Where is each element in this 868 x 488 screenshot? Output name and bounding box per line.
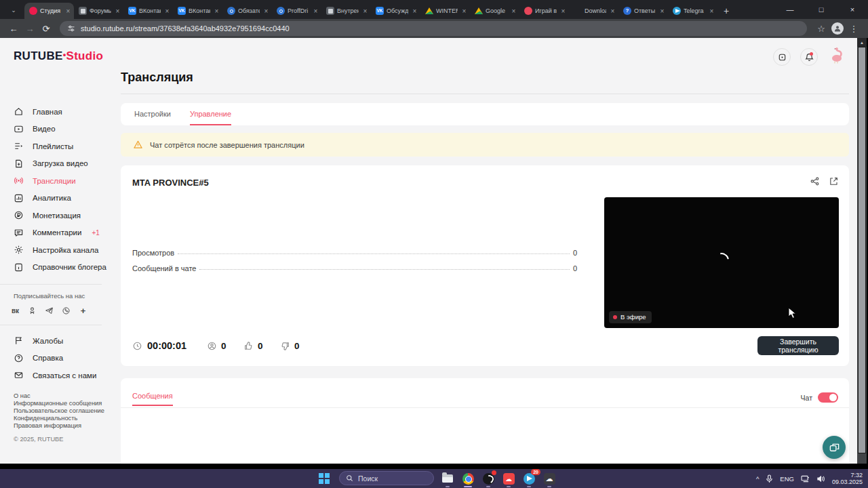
tab-close-icon[interactable]: × — [64, 7, 72, 15]
browser-tab-otvety[interactable]: ? Ответы × — [618, 3, 668, 19]
tray-chevron-icon[interactable]: ^ — [756, 475, 759, 483]
scrollbar-up-arrow[interactable]: ▲ — [857, 38, 867, 47]
footer-link-info[interactable]: Информационные сообщения — [14, 400, 115, 407]
window-restore-button[interactable]: □ — [806, 0, 837, 19]
forward-button[interactable]: → — [22, 24, 38, 34]
microphone-icon[interactable] — [766, 474, 773, 483]
browser-tab-proffdrive[interactable]: ProffDri × — [272, 3, 321, 19]
back-button[interactable]: ← — [5, 24, 22, 34]
sidebar-item-streams[interactable]: Трансляции — [0, 172, 115, 190]
reload-button[interactable]: ⟳ — [38, 24, 54, 34]
footer-link-about[interactable]: О нас — [14, 392, 115, 400]
browser-tab-objazat[interactable]: Обязате × — [222, 3, 272, 19]
tab-close-icon[interactable]: × — [262, 7, 270, 15]
tab-close-icon[interactable]: × — [114, 7, 121, 15]
footer-link-privacy[interactable]: Конфиденциальность — [14, 415, 115, 422]
window-minimize-button[interactable]: — — [774, 0, 806, 19]
social-ok-icon[interactable] — [26, 305, 38, 317]
tab-messages[interactable]: Сообщения — [132, 387, 173, 406]
browser-profile-avatar[interactable] — [831, 22, 844, 35]
browser-tab-winter[interactable]: WINTER × — [420, 3, 470, 19]
sidebar-item-monetization[interactable]: Монетизация — [0, 207, 115, 224]
taskbar-search[interactable]: Поиск — [339, 471, 434, 485]
browser-tab-download[interactable]: Downloa × — [569, 3, 618, 19]
tab-close-icon[interactable]: × — [361, 7, 369, 15]
language-indicator[interactable]: ENG — [780, 475, 794, 483]
footer-link-terms[interactable]: Пользовательское соглашение — [14, 407, 115, 415]
taskbar-cloud-app[interactable]: ☁ — [542, 472, 556, 485]
tab-settings[interactable]: Настройки — [134, 103, 171, 125]
browser-menu-icon[interactable]: ⋮ — [845, 24, 863, 34]
browser-tab-studio[interactable]: Студия × — [24, 3, 74, 19]
taskbar-file-explorer[interactable] — [441, 472, 454, 485]
sidebar-item-upload[interactable]: Загрузка видео — [0, 155, 115, 173]
new-tab-button[interactable]: + — [717, 3, 735, 19]
tab-close-icon[interactable]: × — [460, 7, 468, 15]
start-button[interactable] — [319, 473, 330, 484]
open-external-icon[interactable] — [829, 176, 839, 186]
tab-close-icon[interactable]: × — [559, 7, 567, 15]
taskbar-clock[interactable]: 7:32 09.03.2025 — [832, 472, 863, 486]
chat-widget-fab[interactable] — [823, 436, 846, 459]
social-more-icon[interactable]: + — [77, 305, 89, 317]
chat-toggle-switch[interactable] — [818, 392, 838, 403]
footer-link-legal[interactable]: Правовая информация — [14, 422, 115, 430]
bookmark-star-icon[interactable]: ☆ — [812, 24, 830, 34]
browser-tab-vk-1[interactable]: VK ВКонтак × — [123, 3, 173, 19]
likes-stat[interactable]: 0 — [243, 341, 263, 351]
share-icon[interactable] — [810, 176, 820, 186]
tab-close-icon[interactable]: × — [609, 7, 616, 15]
tab-close-icon[interactable]: × — [411, 7, 418, 15]
tab-close-icon[interactable]: × — [163, 7, 171, 15]
date-text: 09.03.2025 — [832, 479, 863, 486]
tab-search-caret-icon[interactable]: ⌄ — [5, 3, 22, 18]
sidebar-item-home[interactable]: Главная — [0, 103, 115, 121]
browser-tab-obsuzhd[interactable]: VK Обсужда × — [371, 3, 420, 19]
browser-tab-vnutren[interactable]: Внутрен × — [321, 3, 371, 19]
network-icon[interactable] — [801, 475, 810, 483]
address-bar[interactable]: studio.rutube.ru/stream/37638efa3640ab49… — [60, 21, 807, 36]
social-viber-icon[interactable] — [60, 305, 72, 317]
tab-close-icon[interactable]: × — [213, 7, 220, 15]
rutube-studio-logo[interactable]: RUTUBE•Studio — [14, 49, 103, 63]
social-vk-icon[interactable]: вк — [9, 305, 21, 317]
sidebar-item-contact[interactable]: Связаться с нами — [0, 367, 115, 384]
video-player[interactable]: В эфире — [604, 197, 839, 328]
taskbar-telegram[interactable]: 20 — [522, 472, 536, 485]
sidebar-item-help[interactable]: Справка — [0, 350, 115, 367]
sidebar-label: Аналитика — [33, 194, 71, 202]
end-stream-button[interactable]: Завершить трансляцию — [757, 336, 839, 355]
logo-rutube-text: RUTUBE — [14, 49, 63, 62]
taskbar-obs[interactable] — [481, 472, 495, 485]
telegram-unread-badge: 20 — [531, 469, 540, 475]
tab-close-icon[interactable]: × — [708, 7, 715, 15]
page-scrollbar[interactable]: ▲ — [857, 38, 867, 464]
taskbar-chrome[interactable] — [461, 472, 475, 485]
sidebar-item-playlists[interactable]: Плейлисты — [0, 138, 115, 155]
sidebar-item-videos[interactable]: Видео — [0, 121, 115, 138]
browser-tab-telegram[interactable]: Telegra × — [668, 3, 717, 19]
browser-tab-forums[interactable]: Форумы × — [74, 3, 123, 19]
sidebar-item-channel-settings[interactable]: Настройка канала — [0, 241, 115, 259]
warning-triangle-icon — [133, 140, 143, 150]
tab-close-icon[interactable]: × — [658, 7, 666, 15]
browser-tab-google[interactable]: Google × — [470, 3, 519, 19]
dislikes-stat[interactable]: 0 — [280, 341, 300, 351]
browser-tab-igray[interactable]: Играй в × — [519, 3, 569, 19]
window-close-button[interactable]: × — [837, 0, 868, 19]
sidebar-item-complaints[interactable]: Жалобы — [0, 332, 115, 350]
social-telegram-icon[interactable] — [43, 305, 55, 317]
speaker-icon[interactable] — [816, 475, 825, 483]
browser-tab-vk-2[interactable]: VK ВКонтак × — [173, 3, 222, 19]
tab-close-icon[interactable]: × — [312, 7, 319, 15]
sidebar-item-blogger-guide[interactable]: Справочник блогера — [0, 259, 115, 277]
sidebar-item-comments[interactable]: Комментарии +1 — [0, 224, 115, 242]
taskbar-red-app[interactable]: ☁ — [502, 472, 515, 485]
sidebar-item-analytics[interactable]: Аналитика — [0, 190, 115, 207]
tab-close-icon[interactable]: × — [510, 7, 517, 15]
site-settings-icon[interactable] — [67, 24, 75, 33]
tab-title: Downloa — [585, 7, 606, 14]
tab-management[interactable]: Управление — [190, 103, 231, 125]
scrollbar-thumb[interactable] — [858, 47, 866, 453]
window-controls: — □ × — [774, 0, 868, 19]
